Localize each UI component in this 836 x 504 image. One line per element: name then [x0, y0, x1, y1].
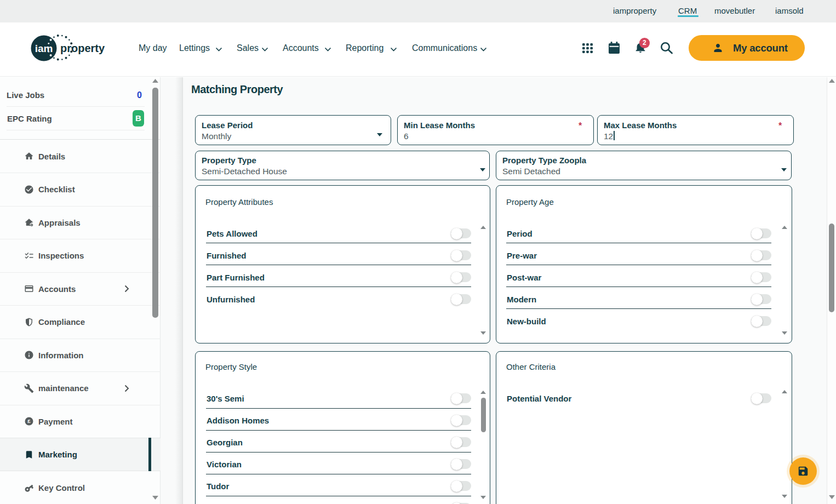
svg-text:property: property [60, 42, 105, 54]
svg-text:iam: iam [35, 43, 53, 54]
svg-text:£: £ [27, 418, 31, 424]
